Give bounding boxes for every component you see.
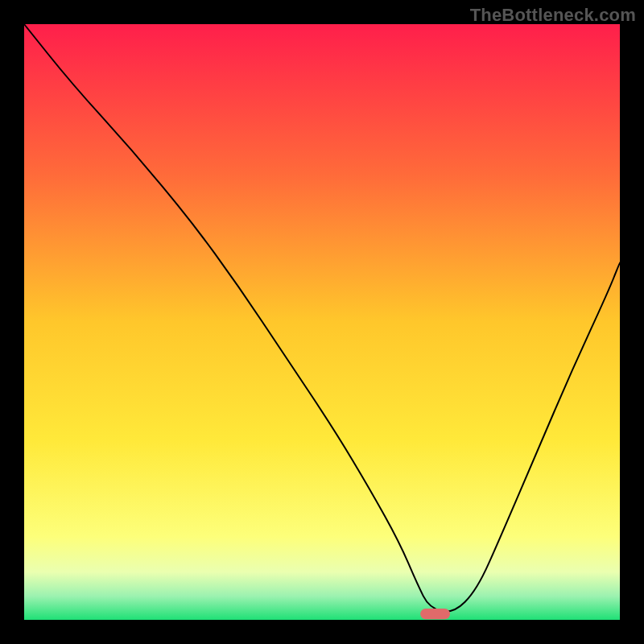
bottleneck-plot <box>0 0 644 644</box>
plot-background <box>24 24 620 620</box>
optimal-point-marker <box>420 609 450 619</box>
chart-container: TheBottleneck.com <box>0 0 644 644</box>
